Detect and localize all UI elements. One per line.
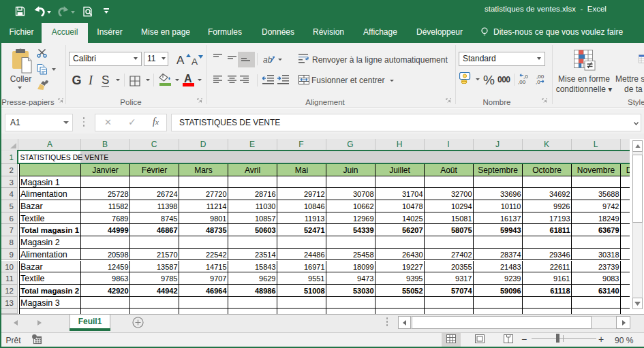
svg-text:ab: ab	[263, 55, 273, 65]
svg-text:,00: ,00	[518, 79, 526, 84]
svg-text:,0: ,0	[536, 79, 540, 84]
